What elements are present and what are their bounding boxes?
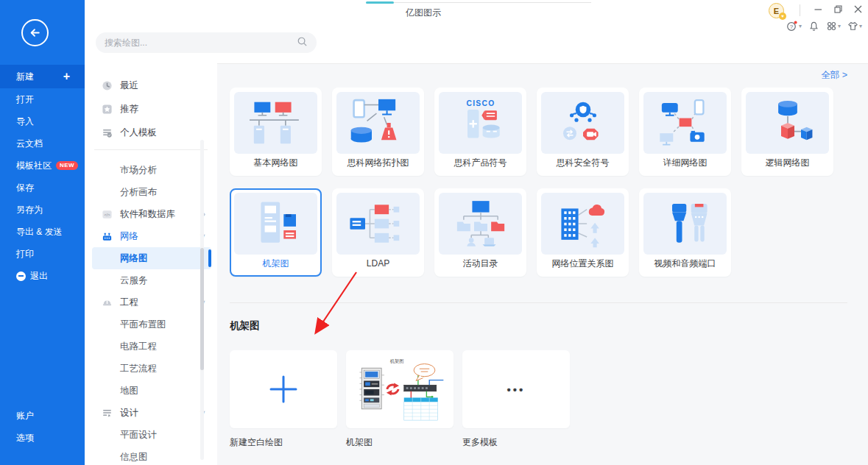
sidebar-item-cloud-docs[interactable]: 云文档 bbox=[0, 132, 85, 155]
template-row-2: 机架图 LDAP 活动目录 网络位置关系图 视频和音频端口 bbox=[230, 188, 731, 277]
category-label: 软件和数据库 bbox=[120, 208, 175, 221]
category-design[interactable]: 设计∨ bbox=[85, 402, 217, 424]
template-logical-network-diagram[interactable]: 逻辑网络图 bbox=[741, 88, 833, 176]
category-infographic[interactable]: 信息图 bbox=[85, 446, 217, 465]
category-label: 平面布置图 bbox=[120, 319, 166, 331]
template-detailed-network-diagram[interactable]: 详细网络图 bbox=[639, 88, 731, 176]
category-label: 最近 bbox=[120, 79, 138, 92]
category-process-flow[interactable]: 工艺流程 bbox=[85, 358, 217, 380]
template-label: LDAP bbox=[336, 255, 420, 272]
template-label: 机架图 bbox=[346, 436, 454, 449]
search-icon bbox=[297, 36, 308, 49]
window-controls bbox=[814, 5, 862, 13]
see-all-link[interactable]: 全部 > bbox=[821, 69, 847, 82]
theme-skin-button[interactable]: ▾ bbox=[847, 21, 862, 32]
template-more-templates-wrap: ••• 更多模板 bbox=[462, 350, 570, 449]
back-button[interactable] bbox=[21, 19, 49, 46]
template-more-templates[interactable]: ••• bbox=[462, 350, 570, 428]
template-icon bbox=[102, 127, 113, 138]
svg-text:机架图: 机架图 bbox=[390, 358, 404, 364]
category-recent[interactable]: 最近 bbox=[85, 74, 217, 97]
sidebar-item-save-as[interactable]: 另存为 bbox=[0, 199, 85, 221]
ldap-thumbnail-icon bbox=[336, 193, 420, 255]
template-label: 更多模板 bbox=[462, 436, 570, 449]
template-av-ports[interactable]: 视频和音频端口 bbox=[639, 188, 731, 277]
cisco-product-thumbnail-icon: CISCO bbox=[439, 92, 522, 154]
category-software-database[interactable]: </>软件和数据库› bbox=[85, 203, 217, 225]
category-personal-templates[interactable]: 个人模板 bbox=[85, 121, 217, 144]
template-new-blank-drawing[interactable] bbox=[230, 350, 337, 428]
close-button[interactable] bbox=[854, 5, 862, 13]
category-engineering[interactable]: 工程∨ bbox=[85, 291, 217, 313]
search-input[interactable] bbox=[105, 38, 297, 48]
sidebar-item-exit[interactable]: 退出 bbox=[0, 265, 85, 287]
template-cisco-product-symbols[interactable]: CISCO 思科产品符号 bbox=[434, 88, 526, 176]
template-label: 机架图 bbox=[234, 255, 317, 272]
sidebar-item-open[interactable]: 打开 bbox=[0, 88, 85, 110]
logical-network-thumbnail-icon bbox=[746, 92, 829, 154]
restore-button[interactable] bbox=[834, 5, 842, 13]
category-floor-plan[interactable]: 平面布置图 bbox=[85, 313, 217, 336]
template-label: 思科安全符号 bbox=[541, 154, 624, 171]
plus-icon[interactable]: + bbox=[63, 71, 70, 82]
sidebar-item-label: 模板社区 bbox=[16, 160, 52, 172]
sidebar-item-import[interactable]: 导入 bbox=[0, 110, 85, 132]
pinned-categories: 最近推荐个人模板 bbox=[85, 74, 217, 144]
detailed-network-thumbnail-icon bbox=[643, 92, 727, 154]
clock-icon bbox=[102, 80, 113, 91]
category-label: 网络图 bbox=[120, 252, 148, 265]
section-title: 机架图 bbox=[230, 319, 260, 333]
template-row-1: 基本网络图 思科网络拓扑图 CISCO 思科产品符号 思科安全符号 详细网络图 bbox=[230, 88, 833, 176]
category-label: 工程 bbox=[120, 297, 138, 309]
template-label: 新建空白绘图 bbox=[230, 436, 337, 449]
sidebar-item-template-community[interactable]: 模板社区NEW bbox=[0, 155, 85, 177]
sidebar-item-export-send[interactable]: 导出 & 发送 bbox=[0, 221, 85, 243]
sidebar-item-account[interactable]: 账户 bbox=[0, 405, 85, 427]
category-recommended[interactable]: 推荐 bbox=[85, 97, 217, 121]
template-cisco-network-topology[interactable]: 思科网络拓扑图 bbox=[332, 88, 424, 176]
category-analysis-canvas[interactable]: 分析画布 bbox=[85, 181, 217, 203]
category-label: 工艺流程 bbox=[120, 363, 157, 375]
sidebar-item-label: 打印 bbox=[16, 248, 34, 260]
template-rack-diagram[interactable]: 机架图 bbox=[230, 188, 322, 277]
sidebar-item-new[interactable]: 新建+ bbox=[0, 65, 85, 88]
notifications-button[interactable] bbox=[808, 21, 819, 32]
titlebar-divider bbox=[800, 4, 800, 16]
sidebar-footer: 账户选项 bbox=[0, 405, 85, 449]
svg-text:?: ? bbox=[790, 24, 794, 30]
svg-text:</>: </> bbox=[104, 212, 110, 216]
active-directory-thumbnail-icon bbox=[439, 193, 522, 255]
category-network-diagram[interactable]: 网络图 bbox=[92, 247, 211, 269]
category-label: 地图 bbox=[120, 385, 138, 397]
category-label: 平面设计 bbox=[120, 429, 157, 441]
avatar[interactable]: E ♥ bbox=[769, 3, 784, 18]
new-badge: NEW bbox=[56, 161, 78, 170]
apps-grid-button[interactable]: ▾ bbox=[826, 21, 841, 32]
template-basic-network-diagram[interactable]: 基本网络图 bbox=[230, 88, 322, 176]
caret-down-icon: ▾ bbox=[838, 23, 841, 29]
scrollbar-thumb[interactable] bbox=[200, 248, 204, 370]
sidebar-item-save[interactable]: 保存 bbox=[0, 177, 85, 199]
category-label: 信息图 bbox=[120, 451, 148, 464]
search-box[interactable] bbox=[96, 32, 317, 53]
template-rack-diagram-template-wrap: 机架图 机架图 bbox=[346, 350, 454, 449]
category-circuit-engineering[interactable]: 电路工程 bbox=[85, 336, 217, 358]
sidebar-item-label: 账户 bbox=[16, 410, 34, 422]
category-market-analysis[interactable]: 市场分析 bbox=[85, 159, 217, 181]
sidebar-item-options[interactable]: 选项 bbox=[0, 427, 85, 449]
template-cisco-security-symbols[interactable]: 思科安全符号 bbox=[537, 88, 629, 176]
template-label: 网络位置关系图 bbox=[541, 255, 624, 272]
category-graphic-design[interactable]: 平面设计 bbox=[85, 424, 217, 446]
app-window: 亿图图示 E ♥ ? ▾ ▾ bbox=[0, 0, 868, 465]
template-network-location-map[interactable]: 网络位置关系图 bbox=[537, 188, 629, 277]
category-map[interactable]: 地图 bbox=[85, 380, 217, 402]
help-button[interactable]: ? ▾ bbox=[786, 20, 802, 32]
template-active-directory[interactable]: 活动目录 bbox=[434, 188, 526, 277]
minimize-button[interactable] bbox=[814, 5, 822, 13]
sidebar-item-print[interactable]: 打印 bbox=[0, 243, 85, 265]
category-network[interactable]: 网络∨ bbox=[85, 225, 217, 247]
category-cloud-services[interactable]: 云服务 bbox=[85, 269, 217, 291]
template-ldap[interactable]: LDAP bbox=[332, 188, 424, 277]
titlebar: 亿图图示 E ♥ ? ▾ ▾ bbox=[85, 0, 868, 63]
template-rack-diagram-template[interactable]: 机架图 bbox=[346, 350, 454, 428]
